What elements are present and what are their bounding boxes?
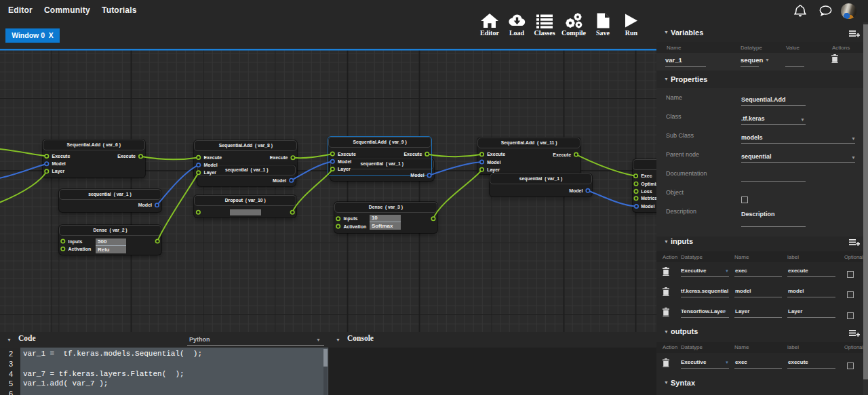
svg-text:Layer: Layer bbox=[338, 167, 351, 172]
svg-text:Execute: Execute bbox=[270, 155, 288, 160]
svg-text:Execute: Execute bbox=[338, 152, 356, 157]
svg-text:Layer: Layer bbox=[52, 169, 65, 174]
svg-text:Inputs: Inputs bbox=[68, 239, 83, 245]
svg-text:Loss: Loss bbox=[641, 189, 652, 194]
svg-text:Model: Model bbox=[410, 173, 424, 178]
svg-text:Execute: Execute bbox=[553, 152, 571, 157]
svg-text:Model: Model bbox=[569, 188, 583, 193]
svg-text:Activation: Activation bbox=[343, 224, 366, 229]
svg-text:Execute: Execute bbox=[117, 154, 136, 159]
svg-text:Model: Model bbox=[138, 203, 152, 207]
svg-text:Activation: Activation bbox=[68, 247, 92, 251]
svg-text:Layer: Layer bbox=[487, 167, 500, 173]
svg-text:Model: Model bbox=[487, 160, 500, 165]
svg-text:Execute: Execute bbox=[203, 155, 222, 160]
svg-text:Model: Model bbox=[52, 161, 66, 166]
svg-text:Inputs: Inputs bbox=[343, 216, 357, 222]
svg-text:Exec: Exec bbox=[641, 173, 652, 178]
svg-text:Model: Model bbox=[338, 159, 351, 164]
svg-text:Execute: Execute bbox=[52, 154, 71, 159]
svg-text:Model: Model bbox=[641, 204, 654, 209]
svg-text:Model: Model bbox=[203, 163, 217, 167]
svg-text:Execute: Execute bbox=[487, 152, 505, 157]
svg-text:Metrics: Metrics bbox=[641, 196, 656, 201]
svg-text:Model: Model bbox=[273, 178, 286, 183]
svg-text:Execute: Execute bbox=[403, 152, 422, 157]
svg-text:Optimize: Optimize bbox=[641, 182, 656, 187]
svg-text:Layer: Layer bbox=[203, 170, 216, 175]
